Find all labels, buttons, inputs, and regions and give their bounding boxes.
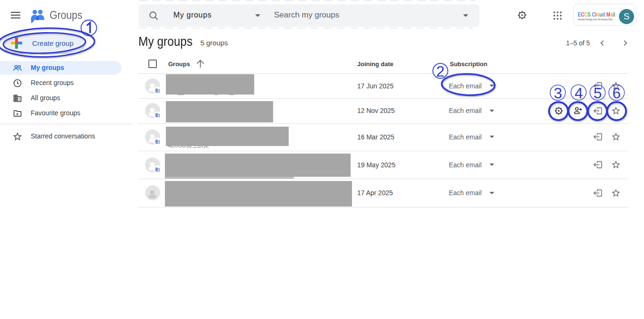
svg-text:4: 4 [575, 85, 583, 102]
svg-text:3: 3 [554, 85, 562, 102]
svg-text:2: 2 [436, 63, 445, 80]
